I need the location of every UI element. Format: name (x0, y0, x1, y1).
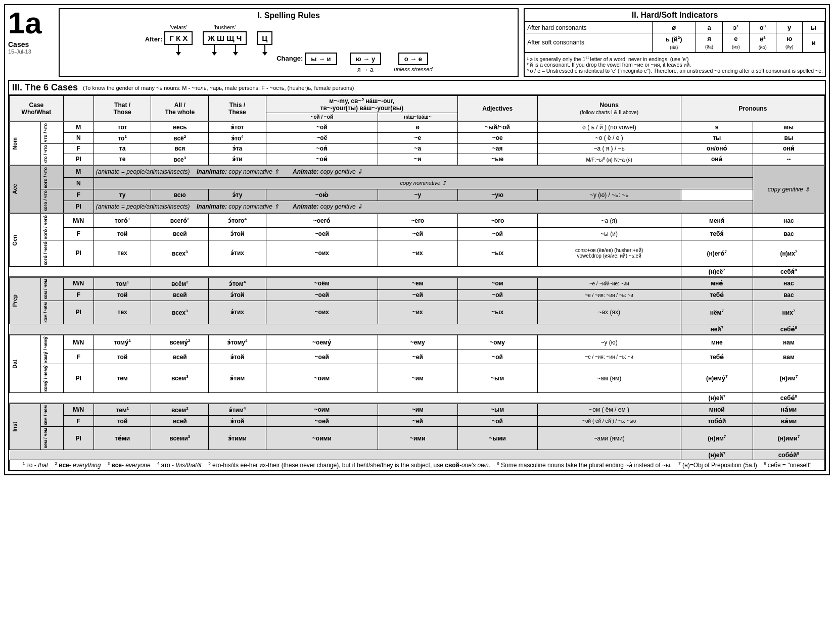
gen-pl-etot: э́тих (209, 240, 266, 266)
acc-label: Acc (10, 165, 41, 213)
nom-n-nash: ~е (378, 132, 457, 143)
nom-f-noun: ~а ( я ) / ~ь (537, 143, 681, 154)
hard-soft-section: II. Hard/Soft Indicators After hard cons… (524, 8, 826, 77)
prep-pl-pron2: них7 (753, 301, 824, 324)
prep-mn-moy: ~оём (266, 277, 378, 290)
soft-ye: е(иэ) (723, 33, 750, 52)
nom-f-ves: вся (151, 143, 209, 154)
section-id: 1a Cases 15-Jul-13 (8, 8, 54, 77)
dat-f-gender: F (63, 350, 94, 364)
inst-f-adj: ~ой (457, 416, 537, 427)
inst-pron-ney: (н)ей7 (681, 450, 753, 460)
prep-mn-adj: ~ом (457, 277, 537, 290)
header-all: All /The whole (151, 96, 209, 122)
inst-extra-row: (н)ей7 собо́й8 (10, 450, 825, 460)
dat-mn-noun: ~у (ю) (537, 334, 681, 350)
prep-pl-tot: тех (94, 301, 151, 324)
nom-pl-ves: все3 (151, 154, 209, 165)
dat-pron-sebe: себе́8 (753, 393, 824, 404)
nom-n-noun: ~о ( ё / е ) (537, 132, 681, 143)
inst-mn-etot: э́тим4 (209, 404, 266, 416)
acc-f-adj: ~ую (457, 189, 537, 201)
soft-yu: ю(йу) (776, 33, 803, 52)
hard-u: у (776, 22, 803, 33)
inst-mn-gender: M/N (63, 404, 94, 416)
nom-pl-moy: ~ои́ (266, 154, 378, 165)
dat-f-etot: э́той (209, 350, 266, 364)
acc-f-noun: ~у (ю) / ~ь: ~ь (537, 189, 681, 201)
acc-kto2-label: кого / что (40, 189, 63, 214)
inst-mn-ves: всем2 (151, 404, 209, 416)
nom-n-pron2: вы (753, 132, 824, 143)
gen-f-gender: F (63, 227, 94, 240)
dat-pl-etot: э́тим (209, 364, 266, 392)
inst-f-row: F той всей э́той ~оей ~ей ~ой ~ой ( ёй /… (10, 416, 825, 427)
dat-pl-row: кому́ / чему́ Pl тем всем3 э́тим ~оим ~и… (10, 364, 825, 392)
inst-pl-gender: Pl (63, 427, 94, 450)
inst-f-etot: э́той (209, 416, 266, 427)
gen-kto2-label: кого́ / чего́ (40, 240, 63, 266)
nom-n-pron1: ты (681, 132, 753, 143)
dat-mn-row: Dat кому́ / чему́ M/N тому́1 всему́2 э́т… (10, 334, 825, 350)
inst-f-moy: ~оей (266, 416, 378, 427)
prep-mn-pron2: нас (753, 277, 824, 290)
gen-kto-label: кого́ / чего́ (40, 213, 63, 240)
inst-f-gender: F (63, 416, 94, 427)
acc-pl-row: Pl (animate = people/animals/insects) In… (10, 201, 825, 213)
dat-f-row: F той всей э́той ~оей ~ей ~ой ~е / ~ия: … (10, 350, 825, 364)
inst-pl-row: кем / чем Pl те́ми всеми3 э́тими ~оими ~… (10, 427, 825, 450)
nom-pl-noun: M/F:~ы6 (и) N:~а (я) (537, 154, 681, 165)
prep-pl-moy: ~оих (266, 301, 378, 324)
prep-f-row: F той всей э́той ~оей ~ей ~ой ~е / ~ия: … (10, 289, 825, 301)
gen-mn-adj: ~ого (457, 213, 537, 227)
inst-mn-adj: ~ым (457, 404, 537, 416)
spelling-rules-title: I. Spelling Rules (64, 11, 514, 20)
nom-pl-pron2: -- (753, 154, 824, 165)
top-section: 1a Cases 15-Jul-13 I. Spelling Rules Aft… (8, 8, 826, 77)
inst-mn-noun: ~ом ( ём / ем ) (537, 404, 681, 416)
nom-n-row: N то1 всё2 э́то4 ~оё ~е ~ое ~о ( ё / е )… (10, 132, 825, 143)
nom-f-pron1: он/оно́ (681, 143, 753, 154)
gen-pron-sebya: себя́8 (753, 267, 824, 277)
cases-section: III. The 6 Cases (To know the gender of … (8, 80, 826, 471)
main-cases-table: CaseWho/What That /Those All /The whole … (9, 95, 825, 470)
nom-pl-pron1: она́ (681, 154, 753, 165)
cases-subtitle: (To know the gender of many ~ь nouns: M … (83, 85, 354, 91)
gen-mn-etot: э́того4 (209, 213, 266, 227)
dat-pl-ves: всем3 (151, 364, 209, 392)
gen-f-nash: ~ей (378, 227, 457, 240)
hard-a: а (696, 22, 722, 33)
gen-f-tot: той (94, 227, 151, 240)
husher-letters-box: Ж Ш Щ Ч (203, 31, 247, 45)
dat-f-moy: ~оей (266, 350, 378, 364)
gen-f-pron2: вас (753, 227, 824, 240)
header-nouns: Nouns(follow charts I & II above) (537, 96, 681, 122)
nom-f-nash: ~а (378, 143, 457, 154)
gen-pl-ves: всех3 (151, 240, 209, 266)
hard-soft-title: II. Hard/Soft Indicators (525, 9, 825, 22)
gen-f-ves: всей (151, 227, 209, 240)
nom-m-moy: ~ой (266, 122, 378, 133)
nom-f-pron2: они́ (753, 143, 824, 154)
inst-f-tot: той (94, 416, 151, 427)
dat-mn-pron1: мне (681, 334, 753, 350)
inst-mn-tot: тем1 (94, 404, 151, 416)
gen-pl-tot: тех (94, 240, 151, 266)
nom-n-tot: то1 (94, 132, 151, 143)
inst-pron-sebe: собо́й8 (753, 450, 824, 460)
dat-pl-gender: Pl (63, 364, 94, 392)
nom-m-pron1: я (681, 122, 753, 133)
nom-m-pron2: мы (753, 122, 824, 133)
hard-row-label: After hard consonants (525, 22, 652, 33)
dat-mn-adj: ~ому (457, 334, 537, 350)
inst-pl-noun: ~ами (ями) (537, 427, 681, 450)
hushers-label: 'hushers' (214, 24, 236, 30)
dat-f-pron1: тебе́ (681, 350, 753, 364)
prep-mn-nash: ~ем (378, 277, 457, 290)
dat-mn-ves: всему́2 (151, 334, 209, 350)
hs-table: After hard consonants ø а э1 о3 у ы Afte… (525, 22, 825, 53)
prep-pl-row: ком / чём Pl тех всех3 э́тих ~оих ~их ~ы… (10, 301, 825, 324)
gen-mn-ves: всего́2 (151, 213, 209, 227)
acc-n-gender: N (63, 177, 94, 189)
acc-f-nash: ~у (378, 189, 457, 201)
